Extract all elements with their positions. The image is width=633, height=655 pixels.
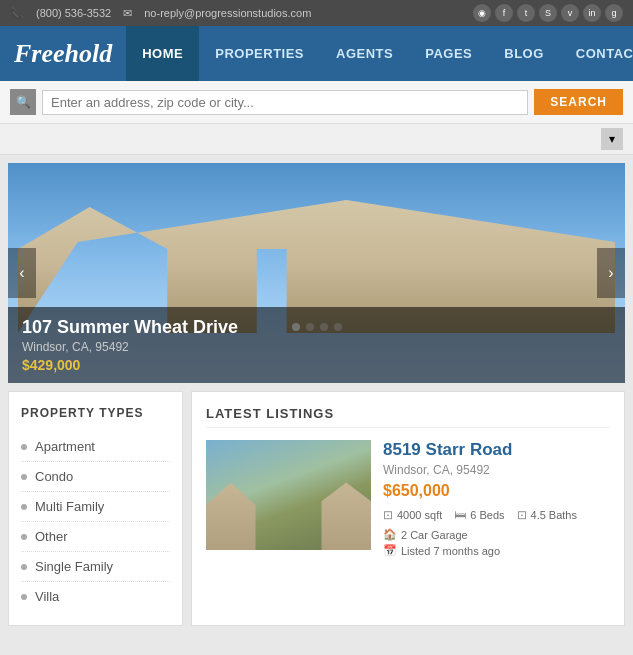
- nav-pages[interactable]: PAGES: [409, 26, 488, 81]
- property-types-title: PROPERTY TYPES: [21, 406, 170, 420]
- carousel: ‹ › 107 Summer Wheat Drive Windsor, CA, …: [8, 163, 625, 383]
- listing-garage: 🏠 2 Car Garage: [383, 528, 610, 541]
- search-button[interactable]: SEARCH: [534, 89, 623, 115]
- bullet-icon: [21, 474, 27, 480]
- google-icon[interactable]: g: [605, 4, 623, 22]
- expand-button[interactable]: ▾: [601, 128, 623, 150]
- sidebar-item-multifamily[interactable]: Multi Family: [21, 492, 170, 522]
- sidebar-item-other[interactable]: Other: [21, 522, 170, 552]
- listing-details: 8519 Starr Road Windsor, CA, 95492 $650,…: [383, 440, 610, 560]
- listing-item: 8519 Starr Road Windsor, CA, 95492 $650,…: [206, 440, 610, 560]
- carousel-location: Windsor, CA, 95492: [22, 340, 611, 354]
- sidebar-item-label: Other: [35, 529, 68, 544]
- topbar: 📞 (800) 536-3532 ✉ no-reply@progressions…: [0, 0, 633, 26]
- beds-icon: 🛏: [454, 508, 466, 522]
- vimeo-icon[interactable]: v: [561, 4, 579, 22]
- listing-price: $650,000: [383, 482, 610, 500]
- email-address: no-reply@progressionstudios.com: [144, 7, 311, 19]
- nav-blog[interactable]: BLOG: [488, 26, 560, 81]
- expand-bar: ▾: [0, 124, 633, 155]
- sidebar-item-label: Multi Family: [35, 499, 104, 514]
- carousel-next-button[interactable]: ›: [597, 248, 625, 298]
- listing-extras: 🏠 2 Car Garage 📅 Listed 7 months ago: [383, 528, 610, 557]
- linkedin-icon[interactable]: in: [583, 4, 601, 22]
- baths-icon: ⊡: [517, 508, 527, 522]
- sidebar-item-label: Villa: [35, 589, 59, 604]
- listing-baths: ⊡ 4.5 Baths: [517, 508, 577, 522]
- listing-listed-date: 📅 Listed 7 months ago: [383, 544, 610, 557]
- property-types-sidebar: PROPERTY TYPES Apartment Condo Multi Fam…: [8, 391, 183, 626]
- email-icon: ✉: [123, 7, 132, 20]
- nav-agents[interactable]: AGENTS: [320, 26, 409, 81]
- skype-icon[interactable]: S: [539, 4, 557, 22]
- nav-home[interactable]: HOME: [126, 26, 199, 81]
- search-input[interactable]: [42, 90, 528, 115]
- search-icon-button[interactable]: 🔍: [10, 89, 36, 115]
- carousel-title: 107 Summer Wheat Drive: [22, 317, 611, 338]
- main-content: PROPERTY TYPES Apartment Condo Multi Fam…: [8, 391, 625, 626]
- sqft-value: 4000 sqft: [397, 509, 442, 521]
- bullet-icon: [21, 594, 27, 600]
- sidebar-item-condo[interactable]: Condo: [21, 462, 170, 492]
- listing-address[interactable]: 8519 Starr Road: [383, 440, 610, 460]
- nav-properties[interactable]: PROPERTIES: [199, 26, 320, 81]
- carousel-prev-button[interactable]: ‹: [8, 248, 36, 298]
- sqft-icon: ⊡: [383, 508, 393, 522]
- listed-value: Listed 7 months ago: [401, 545, 500, 557]
- listing-house-graphic: [206, 475, 371, 550]
- listing-sqft: ⊡ 4000 sqft: [383, 508, 442, 522]
- phone-number: (800) 536-3532: [36, 7, 111, 19]
- listing-location: Windsor, CA, 95492: [383, 463, 610, 477]
- bullet-icon: [21, 564, 27, 570]
- rss-icon[interactable]: ◉: [473, 4, 491, 22]
- calendar-icon: 📅: [383, 544, 397, 557]
- search-section: 🔍 SEARCH: [0, 81, 633, 124]
- sidebar-item-villa[interactable]: Villa: [21, 582, 170, 611]
- phone-icon: 📞: [10, 7, 24, 20]
- bullet-icon: [21, 504, 27, 510]
- sidebar-item-singlefamily[interactable]: Single Family: [21, 552, 170, 582]
- bullet-icon: [21, 444, 27, 450]
- nav-menu: HOME PROPERTIES AGENTS PAGES BLOG CONTAC…: [126, 26, 633, 81]
- beds-value: 6 Beds: [470, 509, 504, 521]
- baths-value: 4.5 Baths: [531, 509, 577, 521]
- sidebar-item-label: Apartment: [35, 439, 95, 454]
- listing-thumbnail[interactable]: [206, 440, 371, 550]
- bullet-icon: [21, 534, 27, 540]
- sidebar-item-label: Single Family: [35, 559, 113, 574]
- social-links: ◉ f t S v in g: [473, 4, 623, 22]
- carousel-overlay: 107 Summer Wheat Drive Windsor, CA, 9549…: [8, 307, 625, 383]
- carousel-price: $429,000: [22, 357, 611, 373]
- garage-icon: 🏠: [383, 528, 397, 541]
- listings-title: LATEST LISTINGS: [206, 406, 610, 428]
- nav-contact[interactable]: CONTACT: [560, 26, 633, 81]
- listing-beds: 🛏 6 Beds: [454, 508, 504, 522]
- facebook-icon[interactable]: f: [495, 4, 513, 22]
- garage-value: 2 Car Garage: [401, 529, 468, 541]
- navbar: Freehold HOME PROPERTIES AGENTS PAGES BL…: [0, 26, 633, 81]
- sidebar-item-apartment[interactable]: Apartment: [21, 432, 170, 462]
- latest-listings: LATEST LISTINGS 8519 Starr Road Windsor,…: [191, 391, 625, 626]
- site-logo: Freehold: [10, 27, 126, 81]
- twitter-icon[interactable]: t: [517, 4, 535, 22]
- sidebar-item-label: Condo: [35, 469, 73, 484]
- listing-features: ⊡ 4000 sqft 🛏 6 Beds ⊡ 4.5 Baths: [383, 508, 610, 522]
